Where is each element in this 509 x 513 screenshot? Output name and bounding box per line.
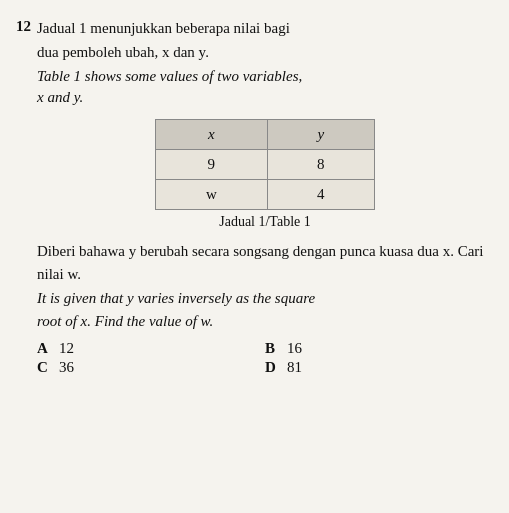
data-table: x y 9 8 w 4 — [155, 119, 375, 210]
question-text-block: Jadual 1 menunjukkan beberapa nilai bagi… — [37, 18, 493, 376]
question-english-line2: x and y. — [37, 89, 83, 105]
cell-y2: 4 — [267, 180, 374, 210]
option-b: B 16 — [265, 340, 493, 357]
body-english: It is given that y varies inversely as t… — [37, 287, 493, 332]
col-header-x: x — [156, 120, 268, 150]
option-b-letter: B — [265, 340, 281, 357]
table-row: w 4 — [156, 180, 375, 210]
table-container: x y 9 8 w 4 — [37, 119, 493, 210]
body-malay: Diberi bahawa y berubah secara songsang … — [37, 240, 493, 285]
question-english: Table 1 shows some values of two variabl… — [37, 66, 493, 110]
option-d-letter: D — [265, 359, 281, 376]
option-c: C 36 — [37, 359, 265, 376]
cell-y1: 8 — [267, 150, 374, 180]
option-c-letter: C — [37, 359, 53, 376]
table-caption: Jadual 1/Table 1 — [37, 214, 493, 230]
question-header: 12 Jadual 1 menunjukkan beberapa nilai b… — [16, 18, 493, 376]
option-a-value: 12 — [59, 340, 74, 357]
question-number: 12 — [16, 18, 31, 376]
option-a: A 12 — [37, 340, 265, 357]
question-malay-line1: Jadual 1 menunjukkan beberapa nilai bagi — [37, 18, 493, 40]
question-english-line1: Table 1 shows some values of two variabl… — [37, 68, 302, 84]
cell-x2: w — [156, 180, 268, 210]
question-malay-line2: dua pemboleh ubah, x dan y. — [37, 42, 493, 64]
cell-x1: 9 — [156, 150, 268, 180]
option-d-value: 81 — [287, 359, 302, 376]
options-grid: A 12 B 16 C 36 D 81 — [37, 340, 493, 376]
option-c-value: 36 — [59, 359, 74, 376]
col-header-y: y — [267, 120, 374, 150]
option-a-letter: A — [37, 340, 53, 357]
table-header-row: x y — [156, 120, 375, 150]
question-block: 12 Jadual 1 menunjukkan beberapa nilai b… — [16, 18, 493, 378]
table-row: 9 8 — [156, 150, 375, 180]
option-b-value: 16 — [287, 340, 302, 357]
body-english-line1: It is given that y varies inversely as t… — [37, 290, 315, 306]
option-d: D 81 — [265, 359, 493, 376]
body-english-line2: root of x. Find the value of w. — [37, 313, 213, 329]
